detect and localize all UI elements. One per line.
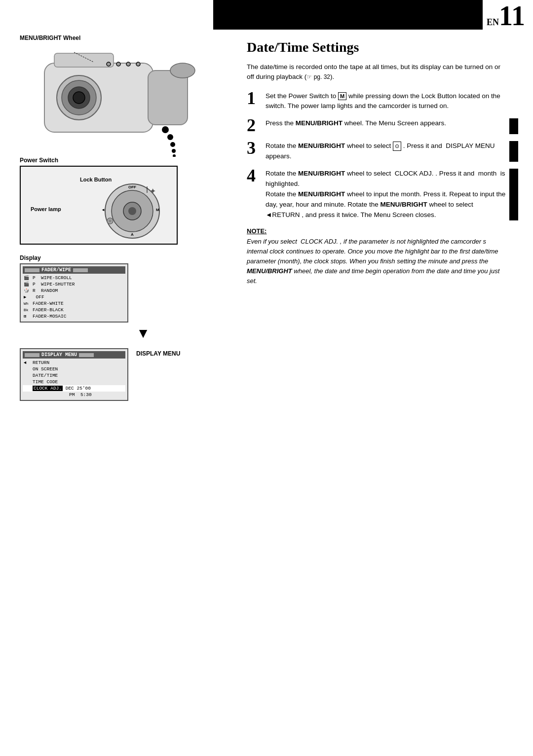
display-menu: DISPLAY MENU ◄ RETURN ON SCREEN DATE/TIM… bbox=[20, 348, 128, 401]
svg-point-10 bbox=[126, 62, 130, 66]
row-icon: 🎬 bbox=[24, 282, 33, 287]
svg-point-29 bbox=[109, 219, 112, 222]
dial-illustration: OFF M A ◄ ✦ bbox=[88, 177, 167, 241]
row-text: FADER-WHITE bbox=[33, 301, 64, 306]
page-title: Date/Time Settings bbox=[247, 39, 508, 55]
page-number: 11 bbox=[499, 2, 525, 30]
row-icon: 🎬 bbox=[24, 275, 33, 281]
row-text: P WIPE-SCROLL bbox=[33, 275, 72, 281]
svg-text:A: A bbox=[131, 232, 134, 237]
step-2-number: 2 bbox=[247, 116, 266, 134]
clock-icon: ⊙ bbox=[393, 142, 401, 151]
row-text: DATE/TIME bbox=[33, 373, 58, 378]
camera-svg bbox=[15, 43, 202, 157]
row-text: TIME CODE bbox=[33, 379, 58, 385]
row-text: ON SCREEN bbox=[33, 366, 58, 372]
header-bar-right2 bbox=[79, 353, 94, 357]
power-lamp-label: Power lamp bbox=[31, 206, 61, 212]
menu-row: PM 5:30 bbox=[23, 392, 125, 398]
row-text: OFF bbox=[27, 294, 44, 300]
svg-point-14 bbox=[167, 134, 173, 140]
row-text: R RANDOM bbox=[33, 288, 58, 293]
menu-row: 🎬 P WIPE-SCROLL bbox=[23, 275, 125, 281]
step-1: 1 Set the Power Switch to M while pressi… bbox=[247, 91, 508, 112]
step-2: 2 Press the MENU/BRIGHT wheel. The Menu … bbox=[247, 118, 508, 134]
svg-point-16 bbox=[172, 149, 176, 153]
step-4-content: Rotate the MENU/BRIGHT wheel to select C… bbox=[266, 169, 508, 220]
header-bar-left2 bbox=[25, 353, 39, 357]
step-1-number: 1 bbox=[247, 89, 266, 112]
power-switch-label: Power Switch bbox=[20, 157, 227, 164]
svg-point-15 bbox=[170, 142, 175, 147]
step-3: 3 Rotate the MENU/BRIGHT wheel to select… bbox=[247, 141, 508, 162]
svg-rect-6 bbox=[148, 71, 188, 125]
svg-text:OFF: OFF bbox=[128, 185, 136, 189]
power-switch-box: Lock Button Power lamp OFF M A ◄ bbox=[20, 166, 178, 245]
step3-bar bbox=[509, 141, 518, 162]
note-title: NOTE: bbox=[247, 227, 508, 235]
svg-point-7 bbox=[170, 63, 195, 78]
menu-row: DATE/TIME bbox=[23, 372, 125, 379]
row-text: FADER-MOSAIC bbox=[33, 314, 66, 319]
svg-point-13 bbox=[162, 126, 169, 133]
step-3-number: 3 bbox=[247, 139, 266, 162]
header-bar-left bbox=[25, 268, 39, 272]
header-bar-right bbox=[73, 268, 88, 272]
svg-point-11 bbox=[136, 62, 140, 66]
camera-illustration bbox=[15, 43, 202, 152]
step2-bar bbox=[509, 118, 518, 134]
en-label: EN bbox=[487, 17, 499, 28]
power-switch-section: Power Switch Lock Button Power lamp OFF … bbox=[15, 157, 227, 245]
menu-arrow: ▼ bbox=[59, 325, 227, 341]
svg-point-25 bbox=[128, 207, 136, 215]
page-number-block: EN 11 bbox=[483, 0, 533, 32]
row-icon: ⊠ bbox=[24, 314, 33, 319]
row-icon: ◄ bbox=[24, 360, 33, 365]
fader-wipe-menu: FADER/WIPE 🎬 P WIPE-SCROLL 🎬 P WIPE-SHUT… bbox=[20, 263, 128, 323]
row-text: PM 5:30 bbox=[33, 392, 92, 397]
svg-text:M: M bbox=[156, 208, 159, 212]
menu-row: ◄ RETURN bbox=[23, 360, 125, 366]
row-icon: Wh bbox=[24, 301, 33, 306]
note-section: NOTE: Even if you select CLOCK ADJ. , if… bbox=[247, 227, 508, 287]
fader-wipe-header: FADER/WIPE bbox=[23, 266, 125, 274]
step4-bar bbox=[509, 169, 518, 220]
menu-row: TIME CODE bbox=[23, 379, 125, 385]
menu-row: Wh FADER-WHITE bbox=[23, 300, 125, 307]
step-4: 4 Rotate the MENU/BRIGHT wheel to select… bbox=[247, 169, 508, 220]
svg-point-9 bbox=[116, 62, 120, 66]
row-icon: 🎲 bbox=[24, 288, 33, 293]
menu-row: ON SCREEN bbox=[23, 366, 125, 372]
svg-text:✦: ✦ bbox=[150, 187, 156, 195]
step-4-number: 4 bbox=[247, 167, 266, 220]
display-menu-title: DISPLAY MENU bbox=[41, 352, 77, 358]
display-menu-header: DISPLAY MENU bbox=[23, 351, 125, 359]
step-2-content: Press the MENU/BRIGHT wheel. The Menu Sc… bbox=[266, 118, 508, 134]
menu-bright-wheel-label: MENU/BRIGHT Wheel bbox=[20, 35, 227, 41]
row-text: CLOCK ADJ. DEC 25'00 bbox=[33, 386, 91, 391]
menu-row-selected: ▶ OFF bbox=[23, 294, 125, 300]
display-menu-label: DISPLAY MENU bbox=[136, 350, 180, 357]
menu-row: 🎬 P WIPE-SHUTTER bbox=[23, 281, 125, 288]
camera-section: MENU/BRIGHT Wheel bbox=[15, 35, 227, 152]
fader-wipe-title: FADER/WIPE bbox=[41, 267, 71, 273]
header: EN 11 bbox=[0, 0, 533, 30]
step-1-content: Set the Power Switch to M while pressing… bbox=[266, 91, 508, 112]
svg-point-8 bbox=[107, 62, 111, 66]
display-menu-side-label: DISPLAY MENU bbox=[136, 349, 180, 357]
menu-row: 🎲 R RANDOM bbox=[23, 288, 125, 294]
row-text: RETURN bbox=[33, 360, 49, 365]
row-icon: Bk bbox=[24, 308, 33, 312]
right-column: Date/Time Settings The date/time is reco… bbox=[242, 30, 518, 296]
row-arrow: ▶ bbox=[24, 294, 26, 300]
pg-ref: ☞ pg. 32 bbox=[306, 73, 330, 80]
display-section: Display FADER/WIPE 🎬 P WIPE-SCROLL 🎬 P W… bbox=[20, 254, 227, 401]
row-text: FADER-BLACK bbox=[33, 307, 64, 313]
svg-point-4 bbox=[73, 92, 85, 104]
intro-text: The date/time is recorded onto the tape … bbox=[247, 62, 508, 82]
row-text: P WIPE-SHUTTER bbox=[33, 282, 75, 287]
m-symbol: M bbox=[338, 92, 346, 100]
menu-row: Bk FADER-BLACK bbox=[23, 307, 125, 313]
dial-svg: OFF M A ◄ ✦ bbox=[88, 177, 167, 242]
display-menu-container: DISPLAY MENU ◄ RETURN ON SCREEN DATE/TIM… bbox=[20, 344, 227, 401]
